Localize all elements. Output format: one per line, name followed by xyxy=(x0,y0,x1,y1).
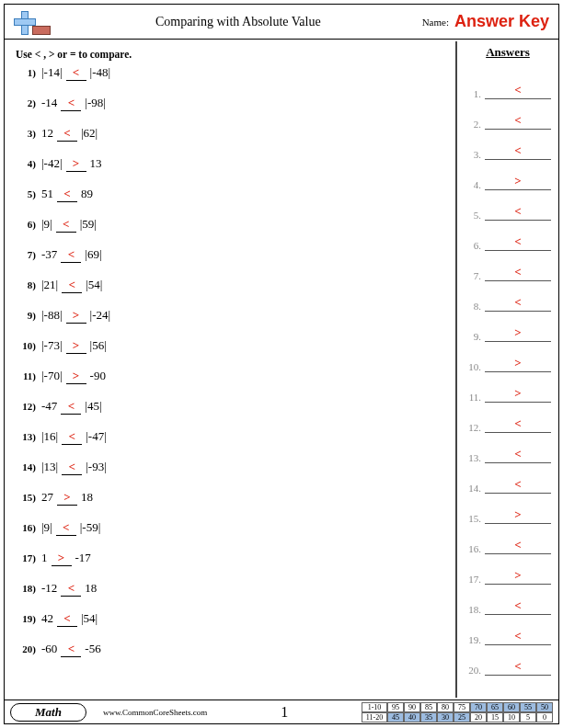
comparison-slot: < xyxy=(61,96,81,111)
comparison-symbol: > xyxy=(63,490,70,504)
expression: -14<|-98| xyxy=(41,96,106,111)
answer-row: 8.< xyxy=(465,281,551,312)
problem-number: 8) xyxy=(16,279,36,290)
answer-number: 19. xyxy=(465,634,481,645)
left-operand: -47 xyxy=(41,399,57,414)
problem-number: 14) xyxy=(16,461,36,472)
problem-number: 13) xyxy=(16,431,36,442)
expression: 1>-17 xyxy=(41,551,91,566)
right-operand: 18 xyxy=(85,581,97,596)
expression: |13|<|-93| xyxy=(41,460,107,475)
comparison-symbol: < xyxy=(63,611,70,625)
comparison-symbol: > xyxy=(73,308,79,322)
problem-number: 7) xyxy=(16,249,36,260)
answer-row: 6.< xyxy=(465,221,551,251)
answer-number: 9. xyxy=(465,331,481,342)
expression: |21|<|54| xyxy=(41,278,102,293)
score-cell: 5 xyxy=(520,712,536,722)
expression: |-88|>|-24| xyxy=(41,308,110,324)
problem-row: 19)42<|54| xyxy=(16,611,446,642)
answer-value: > xyxy=(485,356,551,372)
answer-row: 3.< xyxy=(465,130,551,160)
answer-number: 1. xyxy=(465,88,481,99)
footer: Math www.CommonCoreSheets.com 1 1-109590… xyxy=(5,700,558,723)
problem-row: 8)|21|<|54| xyxy=(16,278,446,308)
left-operand: |16| xyxy=(41,429,58,444)
answer-value: < xyxy=(485,234,551,251)
comparison-symbol: > xyxy=(73,156,79,170)
answer-value: < xyxy=(485,477,551,494)
left-operand: |13| xyxy=(41,460,58,474)
score-cell: 75 xyxy=(454,702,470,712)
comparison-symbol: > xyxy=(73,369,79,382)
score-grid: 1-109590858075706560555011-2045403530252… xyxy=(362,702,553,722)
answer-value: < xyxy=(485,143,551,160)
comparison-symbol: < xyxy=(68,247,75,261)
problem-number: 2) xyxy=(16,97,36,108)
page-number: 1 xyxy=(281,704,288,721)
comparison-symbol: < xyxy=(68,581,75,595)
expression: |-42|>13 xyxy=(41,156,102,172)
answer-row: 14.< xyxy=(465,463,551,494)
left-operand: -60 xyxy=(41,642,57,656)
right-operand: |-59| xyxy=(80,520,101,535)
left-operand: |-70| xyxy=(41,369,63,383)
answer-value: < xyxy=(485,265,551,281)
comparison-symbol: < xyxy=(68,399,75,413)
right-operand: |56| xyxy=(90,338,107,353)
answer-value: < xyxy=(485,598,551,615)
problem-row: 20)-60<-56 xyxy=(16,642,446,672)
problem-row: 2)-14<|-98| xyxy=(16,96,446,126)
score-cell: 20 xyxy=(470,712,487,722)
problem-row: 5)51<89 xyxy=(16,187,446,217)
header: Comparing with Absolute Value Name: Answ… xyxy=(5,5,558,40)
answer-number: 5. xyxy=(465,210,481,221)
answer-row: 1.< xyxy=(465,69,551,99)
problem-number: 6) xyxy=(16,219,36,230)
answer-number: 18. xyxy=(465,604,481,615)
answer-value: < xyxy=(485,204,551,221)
comparison-slot: > xyxy=(66,369,86,384)
comparison-slot: < xyxy=(61,399,81,415)
answer-number: 16. xyxy=(465,543,481,554)
answer-number: 12. xyxy=(465,422,481,433)
expression: 42<|54| xyxy=(41,611,98,627)
answer-value: < xyxy=(485,629,551,645)
answer-value: > xyxy=(485,325,551,342)
answer-row: 13.< xyxy=(465,433,551,463)
answer-row: 20.< xyxy=(465,645,551,676)
comparison-slot: < xyxy=(57,126,77,142)
score-cell: 95 xyxy=(387,702,404,712)
score-cell: 15 xyxy=(487,712,503,722)
expression: -12<18 xyxy=(41,581,97,597)
comparison-symbol: < xyxy=(69,460,75,473)
right-operand: -90 xyxy=(90,369,106,383)
worksheet-title: Comparing with Absolute Value xyxy=(54,15,422,29)
score-cell: 50 xyxy=(536,702,553,712)
score-cell: 55 xyxy=(520,702,536,712)
score-cell: 65 xyxy=(487,702,503,712)
name-label: Name: xyxy=(422,17,449,28)
problem-number: 9) xyxy=(16,310,36,321)
answer-row: 10.> xyxy=(465,342,551,372)
comparison-slot: < xyxy=(57,611,77,627)
score-cell: 0 xyxy=(536,712,553,722)
score-cell: 80 xyxy=(437,702,454,712)
comparison-slot: > xyxy=(66,338,86,354)
problem-number: 18) xyxy=(16,583,36,594)
problem-number: 20) xyxy=(16,643,36,654)
comparison-symbol: > xyxy=(73,338,79,352)
left-operand: -37 xyxy=(41,247,57,262)
answer-value: > xyxy=(485,507,551,524)
problem-number: 17) xyxy=(16,552,36,563)
expression: |16|<|-47| xyxy=(41,429,107,445)
score-cell: 1-10 xyxy=(362,702,387,712)
problem-row: 15)27>18 xyxy=(16,490,446,520)
answer-value: < xyxy=(485,659,551,676)
answer-value: < xyxy=(485,447,551,463)
answer-row: 12.< xyxy=(465,403,551,433)
comparison-slot: < xyxy=(56,520,76,536)
comparison-slot: < xyxy=(61,642,81,657)
expression: |9|<|-59| xyxy=(41,520,100,536)
right-operand: |69| xyxy=(85,247,101,262)
